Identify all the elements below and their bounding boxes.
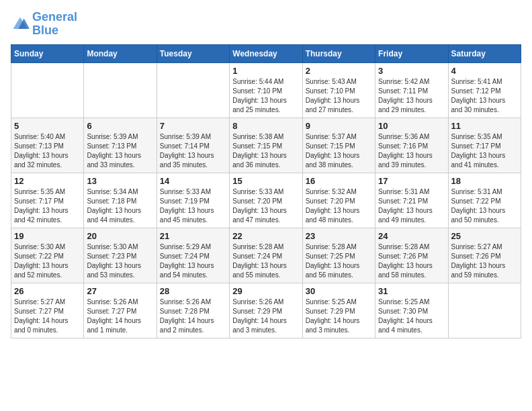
day-info: Sunrise: 5:25 AM Sunset: 7:30 PM Dayligh… — [378, 298, 445, 335]
day-number: 22 — [232, 231, 299, 241]
day-number: 6 — [87, 121, 153, 131]
day-info: Sunrise: 5:25 AM Sunset: 7:29 PM Dayligh… — [306, 298, 372, 335]
calendar-cell: 27Sunrise: 5:26 AM Sunset: 7:27 PM Dayli… — [84, 283, 157, 338]
calendar-cell: 9Sunrise: 5:37 AM Sunset: 7:15 PM Daylig… — [302, 118, 375, 173]
day-info: Sunrise: 5:35 AM Sunset: 7:17 PM Dayligh… — [451, 132, 518, 170]
calendar-week-2: 5Sunrise: 5:40 AM Sunset: 7:13 PM Daylig… — [11, 118, 521, 173]
calendar-cell: 7Sunrise: 5:39 AM Sunset: 7:14 PM Daylig… — [157, 118, 229, 173]
day-number: 21 — [160, 231, 226, 241]
weekday-header-friday: Friday — [375, 44, 448, 62]
weekday-header-tuesday: Tuesday — [157, 44, 229, 62]
day-number: 26 — [14, 286, 81, 296]
calendar-cell: 3Sunrise: 5:42 AM Sunset: 7:11 PM Daylig… — [375, 62, 448, 118]
day-info: Sunrise: 5:26 AM Sunset: 7:27 PM Dayligh… — [87, 298, 153, 335]
calendar-cell: 5Sunrise: 5:40 AM Sunset: 7:13 PM Daylig… — [11, 118, 84, 173]
day-number: 17 — [378, 176, 445, 186]
day-number: 3 — [378, 66, 445, 76]
day-info: Sunrise: 5:43 AM Sunset: 7:10 PM Dayligh… — [306, 77, 372, 115]
day-number: 11 — [451, 121, 518, 131]
calendar-cell: 23Sunrise: 5:28 AM Sunset: 7:25 PM Dayli… — [302, 228, 375, 283]
day-info: Sunrise: 5:42 AM Sunset: 7:11 PM Dayligh… — [378, 77, 445, 115]
day-info: Sunrise: 5:31 AM Sunset: 7:21 PM Dayligh… — [378, 187, 445, 225]
weekday-header-wednesday: Wednesday — [230, 44, 302, 62]
day-info: Sunrise: 5:41 AM Sunset: 7:12 PM Dayligh… — [451, 77, 518, 115]
logo-text: General Blue — [32, 11, 77, 38]
day-number: 7 — [160, 121, 226, 131]
calendar-body: 1Sunrise: 5:44 AM Sunset: 7:10 PM Daylig… — [11, 62, 521, 338]
calendar-cell — [84, 62, 157, 118]
day-info: Sunrise: 5:31 AM Sunset: 7:22 PM Dayligh… — [451, 187, 518, 225]
logo: General Blue — [11, 11, 77, 38]
day-info: Sunrise: 5:27 AM Sunset: 7:27 PM Dayligh… — [14, 298, 81, 335]
calendar-cell — [448, 283, 521, 338]
calendar-cell: 26Sunrise: 5:27 AM Sunset: 7:27 PM Dayli… — [11, 283, 84, 338]
day-number: 5 — [14, 121, 81, 131]
calendar-cell: 25Sunrise: 5:27 AM Sunset: 7:26 PM Dayli… — [448, 228, 521, 283]
calendar-cell: 21Sunrise: 5:29 AM Sunset: 7:24 PM Dayli… — [157, 228, 229, 283]
day-info: Sunrise: 5:39 AM Sunset: 7:14 PM Dayligh… — [160, 132, 226, 170]
weekday-header-saturday: Saturday — [448, 44, 521, 62]
calendar-cell: 28Sunrise: 5:26 AM Sunset: 7:28 PM Dayli… — [157, 283, 229, 338]
calendar-cell: 2Sunrise: 5:43 AM Sunset: 7:10 PM Daylig… — [302, 62, 375, 118]
calendar-cell: 29Sunrise: 5:26 AM Sunset: 7:29 PM Dayli… — [230, 283, 302, 338]
day-info: Sunrise: 5:28 AM Sunset: 7:26 PM Dayligh… — [378, 242, 445, 280]
calendar-table: SundayMondayTuesdayWednesdayThursdayFrid… — [11, 44, 521, 338]
day-info: Sunrise: 5:38 AM Sunset: 7:15 PM Dayligh… — [232, 132, 299, 170]
day-number: 25 — [451, 231, 518, 241]
day-number: 19 — [14, 231, 81, 241]
calendar-cell: 18Sunrise: 5:31 AM Sunset: 7:22 PM Dayli… — [448, 173, 521, 228]
weekday-header-thursday: Thursday — [302, 44, 375, 62]
day-number: 20 — [87, 231, 153, 241]
day-number: 15 — [232, 176, 299, 186]
calendar-cell — [157, 62, 229, 118]
calendar-cell: 19Sunrise: 5:30 AM Sunset: 7:22 PM Dayli… — [11, 228, 84, 283]
day-info: Sunrise: 5:26 AM Sunset: 7:29 PM Dayligh… — [232, 298, 299, 335]
day-number: 1 — [232, 66, 299, 76]
day-number: 28 — [160, 286, 226, 296]
day-number: 27 — [87, 286, 153, 296]
day-info: Sunrise: 5:32 AM Sunset: 7:20 PM Dayligh… — [306, 187, 372, 225]
calendar-cell: 1Sunrise: 5:44 AM Sunset: 7:10 PM Daylig… — [230, 62, 302, 118]
calendar-cell: 22Sunrise: 5:28 AM Sunset: 7:24 PM Dayli… — [230, 228, 302, 283]
day-info: Sunrise: 5:40 AM Sunset: 7:13 PM Dayligh… — [14, 132, 81, 170]
calendar-cell: 15Sunrise: 5:33 AM Sunset: 7:20 PM Dayli… — [230, 173, 302, 228]
day-info: Sunrise: 5:35 AM Sunset: 7:17 PM Dayligh… — [14, 187, 81, 225]
day-info: Sunrise: 5:39 AM Sunset: 7:13 PM Dayligh… — [87, 132, 153, 170]
calendar-cell: 31Sunrise: 5:25 AM Sunset: 7:30 PM Dayli… — [375, 283, 448, 338]
day-number: 10 — [378, 121, 445, 131]
day-info: Sunrise: 5:34 AM Sunset: 7:18 PM Dayligh… — [87, 187, 153, 225]
day-number: 2 — [306, 66, 372, 76]
day-info: Sunrise: 5:33 AM Sunset: 7:20 PM Dayligh… — [232, 187, 299, 225]
day-number: 18 — [451, 176, 518, 186]
weekday-header-row: SundayMondayTuesdayWednesdayThursdayFrid… — [11, 44, 521, 62]
calendar-cell: 11Sunrise: 5:35 AM Sunset: 7:17 PM Dayli… — [448, 118, 521, 173]
day-number: 23 — [306, 231, 372, 241]
day-info: Sunrise: 5:30 AM Sunset: 7:22 PM Dayligh… — [14, 242, 81, 280]
day-number: 29 — [232, 286, 299, 296]
day-info: Sunrise: 5:30 AM Sunset: 7:23 PM Dayligh… — [87, 242, 153, 280]
day-number: 16 — [306, 176, 372, 186]
weekday-header-monday: Monday — [84, 44, 157, 62]
day-number: 4 — [451, 66, 518, 76]
calendar-cell: 13Sunrise: 5:34 AM Sunset: 7:18 PM Dayli… — [84, 173, 157, 228]
day-info: Sunrise: 5:27 AM Sunset: 7:26 PM Dayligh… — [451, 242, 518, 280]
calendar-week-5: 26Sunrise: 5:27 AM Sunset: 7:27 PM Dayli… — [11, 283, 521, 338]
day-number: 9 — [306, 121, 372, 131]
calendar-week-1: 1Sunrise: 5:44 AM Sunset: 7:10 PM Daylig… — [11, 62, 521, 118]
calendar-cell: 20Sunrise: 5:30 AM Sunset: 7:23 PM Dayli… — [84, 228, 157, 283]
calendar-cell: 16Sunrise: 5:32 AM Sunset: 7:20 PM Dayli… — [302, 173, 375, 228]
calendar-cell: 14Sunrise: 5:33 AM Sunset: 7:19 PM Dayli… — [157, 173, 229, 228]
calendar-cell: 6Sunrise: 5:39 AM Sunset: 7:13 PM Daylig… — [84, 118, 157, 173]
day-info: Sunrise: 5:37 AM Sunset: 7:15 PM Dayligh… — [306, 132, 372, 170]
day-info: Sunrise: 5:44 AM Sunset: 7:10 PM Dayligh… — [232, 77, 299, 115]
calendar-cell: 10Sunrise: 5:36 AM Sunset: 7:16 PM Dayli… — [375, 118, 448, 173]
day-info: Sunrise: 5:26 AM Sunset: 7:28 PM Dayligh… — [160, 298, 226, 335]
calendar-cell — [11, 62, 84, 118]
calendar-week-3: 12Sunrise: 5:35 AM Sunset: 7:17 PM Dayli… — [11, 173, 521, 228]
day-number: 30 — [306, 286, 372, 296]
day-number: 24 — [378, 231, 445, 241]
day-number: 12 — [14, 176, 81, 186]
calendar-week-4: 19Sunrise: 5:30 AM Sunset: 7:22 PM Dayli… — [11, 228, 521, 283]
day-info: Sunrise: 5:33 AM Sunset: 7:19 PM Dayligh… — [160, 187, 226, 225]
weekday-header-sunday: Sunday — [11, 44, 84, 62]
